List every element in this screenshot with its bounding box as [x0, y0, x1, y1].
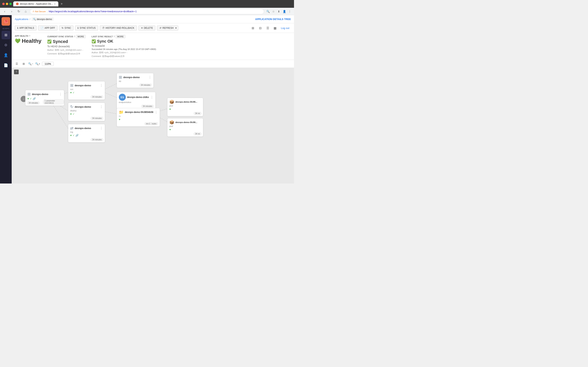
extensions-icon[interactable]: 🔍: [266, 9, 270, 14]
minimize-dot[interactable]: [6, 3, 8, 5]
heart-icon: 💚: [15, 38, 21, 44]
refresh-button[interactable]: ↺ REFRESH ▾: [157, 25, 178, 31]
ing-node[interactable]: ⇄ devops-demo ⋮ ing ♥ ✓ 🔗 34 minutes: [68, 124, 105, 142]
sync-time: Succeeded 34 minutes ago (Thu Aug 18 202…: [92, 48, 156, 50]
profile-icon[interactable]: 👤: [282, 9, 287, 14]
rs-node-status: ♥: [119, 118, 158, 121]
back-button[interactable]: ‹: [2, 9, 7, 14]
sidebar-item-apps[interactable]: ⊞: [1, 31, 10, 39]
sync-icon: ↻: [62, 27, 64, 29]
diff-icon: 📄: [41, 27, 43, 29]
endpointslice-node-menu[interactable]: ⋮: [150, 95, 153, 99]
history-icon: ⏱: [102, 27, 105, 29]
zoom-in-button[interactable]: 🔍+: [35, 61, 41, 67]
sync-status: ✅ Synced: [47, 39, 86, 44]
zoom-out-button[interactable]: 🔍−: [28, 61, 34, 67]
breadcrumb-separator: /: [30, 18, 30, 21]
rs-node[interactable]: 📁 devops-demo-5fc9654b56 ⋮ rs ♥ 34 minut…: [117, 108, 160, 126]
pod1-heart-icon: ♥: [169, 108, 171, 111]
rs-rev-badge: rev:1: [144, 122, 152, 125]
tree-toolbar: ☰ ⊞ 🔍− 🔍+ 110%: [12, 60, 294, 68]
app-details-button[interactable]: ℹ APP DETAILS: [15, 25, 37, 31]
deploy-node-menu[interactable]: ⋮: [100, 105, 103, 109]
app-node[interactable]: ⊞ devops-demo ⋮ ♥ ✓ 🔗 34 minutes 1 param…: [25, 90, 64, 106]
last-sync-more-button[interactable]: MORE: [116, 35, 126, 38]
app-node-menu[interactable]: ⋮: [59, 92, 62, 96]
sidebar-item-settings[interactable]: ⚙: [1, 41, 10, 49]
tree-expand-button[interactable]: ⊞: [21, 61, 26, 67]
table-view-button[interactable]: ▦: [272, 25, 278, 31]
svc-node-menu[interactable]: ⋮: [100, 83, 103, 87]
app-node-icon: ⊞: [27, 92, 31, 96]
network-view-button[interactable]: ⊞: [250, 25, 256, 31]
delete-button[interactable]: ✕ DELETE: [138, 25, 156, 31]
ep-node[interactable]: ⊞ devops-demo ⋮ ep 34 minutes: [117, 73, 154, 88]
pod1-node[interactable]: 📦 devops-demo-5fc96... pod ♥ 34 mi: [167, 98, 203, 116]
rs-node-type: rs: [119, 115, 158, 117]
close-dot[interactable]: [2, 3, 5, 5]
address-bar[interactable]: ⚠ Not Secure | https://argocd.k8s.local/…: [30, 9, 264, 14]
history-rollback-button[interactable]: ⏱ HISTORY AND ROLLBACK: [100, 25, 137, 31]
rs-node-name: devops-demo-5fc9654b56: [125, 111, 153, 114]
sync-author: Author: 阳明 <ych_1024@163.com> -: [47, 49, 86, 51]
warning-icon: ⚠: [33, 10, 34, 13]
tab-title: devops-demo - Application De...: [20, 2, 53, 5]
chevron-right-icon: ›: [23, 97, 24, 100]
download-icon[interactable]: ⬇: [277, 9, 281, 14]
rs-node-icon: 📁: [119, 110, 124, 115]
top-bar: Applications / 🔍 devops-demo APPLICATION…: [12, 15, 294, 23]
filter-button[interactable]: ⊤: [14, 70, 19, 74]
breadcrumb-apps-link[interactable]: Applications: [15, 18, 28, 21]
app-diff-button[interactable]: 📄 APP DIFF: [38, 25, 58, 31]
app-name: devops-demo: [37, 18, 52, 21]
deploy-node-icon: ↻: [70, 104, 74, 109]
breadcrumb-search[interactable]: 🔍 devops-demo: [32, 17, 54, 21]
tab-close-button[interactable]: ✕: [54, 3, 56, 5]
address-separator: |: [47, 10, 47, 13]
list-view-button[interactable]: ☰: [265, 25, 271, 31]
pod2-node-type: pod: [169, 125, 201, 127]
sync-status-button[interactable]: ℹ SYNC STATUS: [75, 25, 98, 31]
add-tab-button[interactable]: +: [61, 2, 63, 6]
sync-more-button[interactable]: MORE: [76, 35, 86, 38]
security-warning: ⚠ Not Secure: [33, 10, 46, 13]
svc-node-status: ♥ ✓: [70, 91, 103, 94]
rs-node-menu[interactable]: ⋮: [155, 110, 158, 114]
pod2-node[interactable]: 📦 devops-demo-5fc96... pod ♥ 34 mi: [167, 118, 203, 137]
home-button[interactable]: ⌂: [23, 9, 28, 14]
endpointslice-node[interactable]: ES devops-demo-ztdks ⋮ endpointslice 34 …: [117, 92, 156, 109]
grid-view-button[interactable]: ⊟: [257, 25, 263, 31]
reload-button[interactable]: ↻: [16, 9, 21, 14]
app-check-icon: ✓: [30, 97, 32, 100]
bookmark-icon[interactable]: ☆: [271, 9, 276, 14]
app-health-label: APP HEALTH ?: [15, 35, 42, 37]
ing-node-header: ⇄ devops-demo ⋮: [70, 126, 103, 130]
maximize-dot[interactable]: [9, 3, 12, 5]
logout-button[interactable]: Log out: [279, 25, 291, 31]
app-node-name: devops-demo: [32, 93, 48, 96]
status-icon: ℹ: [78, 27, 79, 29]
sync-button[interactable]: ↻ SYNC: [59, 25, 74, 31]
tree-list-button[interactable]: ☰: [14, 61, 19, 67]
page-title: APPLICATION DETAILS TREE: [255, 18, 291, 21]
deploy-node[interactable]: ↻ devops-demo ⋮ deploy ♥ ✓ 34 minutes: [68, 103, 105, 121]
rs-node-header: 📁 devops-demo-5fc9654b56 ⋮: [119, 110, 158, 115]
dropdown-arrow-icon: ▾: [175, 27, 176, 29]
svc-node-name: devops-demo: [75, 84, 91, 87]
ep-time-badge: 34 minutes: [139, 83, 152, 86]
ep-node-header: ⊞ devops-demo ⋮: [119, 75, 151, 80]
app-heart-icon: ♥: [27, 97, 29, 100]
svc-check-icon: ✓: [73, 91, 75, 94]
svc-node[interactable]: ⊞ devops-demo ⋮ svc ♥ ✓ 34 minutes: [68, 81, 105, 100]
ing-node-menu[interactable]: ⋮: [100, 126, 103, 130]
ing-node-status: ♥ ✓ 🔗: [70, 134, 103, 137]
deploy-node-name: devops-demo: [75, 105, 91, 108]
forward-button[interactable]: ›: [9, 9, 14, 14]
sidebar-item-logs[interactable]: 📄: [1, 61, 10, 70]
ep-node-menu[interactable]: ⋮: [148, 75, 151, 79]
menu-icon[interactable]: ⋮: [287, 9, 292, 14]
deploy-heart-icon: ♥: [70, 113, 72, 116]
browser-tab[interactable]: devops-demo - Application De... ✕: [13, 1, 58, 6]
last-sync-comment: Comment: 使用age加密values文件: [92, 55, 156, 58]
sidebar-item-user[interactable]: 👤: [1, 51, 10, 59]
